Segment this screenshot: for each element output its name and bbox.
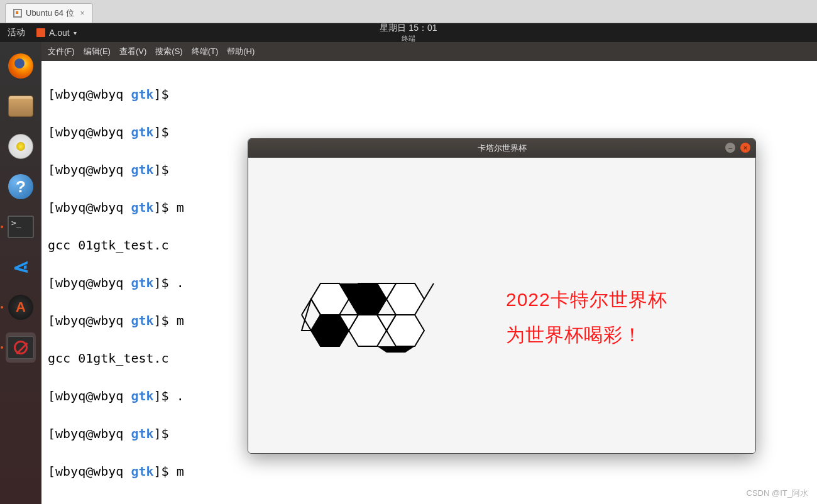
- worldcup-text: 2022卡特尔世界杯 为世界杯喝彩！: [506, 282, 667, 353]
- chevron-down-icon: ▾: [74, 30, 77, 36]
- vmware-tab[interactable]: Ubuntu 64 位 ×: [5, 3, 93, 23]
- dock-firefox[interactable]: [6, 51, 36, 81]
- dock-terminal[interactable]: >_: [6, 212, 36, 242]
- window-close-button[interactable]: ×: [740, 143, 750, 153]
- dock-help[interactable]: ?: [6, 172, 36, 202]
- menu-terminal[interactable]: 终端(T): [192, 46, 219, 57]
- menu-file[interactable]: 文件(F): [48, 46, 75, 57]
- firefox-icon: [8, 53, 33, 79]
- dock-blocked-app[interactable]: [6, 332, 36, 363]
- menu-edit[interactable]: 编辑(E): [84, 46, 111, 57]
- worldcup-line2: 为世界杯喝彩！: [506, 317, 667, 353]
- ubuntu-vm-icon: [13, 9, 22, 18]
- menu-help[interactable]: 帮助(H): [227, 46, 255, 57]
- window-minimize-button[interactable]: –: [725, 143, 735, 153]
- panel-clock-area[interactable]: 星期日 15：01 终端: [380, 23, 437, 43]
- soccer-hexagon-icon: [292, 265, 449, 371]
- panel-clock: 星期日 15：01: [380, 23, 437, 34]
- dock-vscode[interactable]: ⋖: [6, 252, 36, 282]
- close-tab-icon[interactable]: ×: [80, 9, 85, 18]
- svg-line-15: [424, 283, 434, 299]
- app-indicator-icon: [36, 28, 45, 37]
- dock-files[interactable]: [6, 91, 36, 121]
- terminal-menubar: 文件(F) 编辑(E) 查看(V) 搜索(S) 终端(T) 帮助(H): [41, 42, 817, 61]
- help-icon: ?: [8, 174, 33, 199]
- svg-marker-11: [377, 346, 415, 353]
- vmware-tab-label: Ubuntu 64 位: [26, 8, 74, 19]
- gtk-content: 2022卡特尔世界杯 为世界杯喝彩！: [248, 158, 755, 453]
- software-updater-icon: A: [8, 295, 33, 320]
- ubuntu-dock: ? >_ ⋖ A: [0, 42, 41, 504]
- desktop-area: 文件(F) 编辑(E) 查看(V) 搜索(S) 终端(T) 帮助(H) [wby…: [41, 42, 817, 504]
- activities-button[interactable]: 活动: [8, 27, 25, 38]
- rhythmbox-icon: [8, 134, 33, 159]
- menu-view[interactable]: 查看(V): [119, 46, 146, 57]
- blocked-app-icon: [8, 336, 34, 359]
- vscode-icon: ⋖: [8, 253, 33, 280]
- worldcup-line1: 2022卡特尔世界杯: [506, 282, 667, 317]
- gtk-titlebar[interactable]: 卡塔尔世界杯 – ×: [248, 139, 755, 158]
- current-app-indicator[interactable]: A.out ▾: [36, 28, 77, 38]
- vmware-tabbar: Ubuntu 64 位 ×: [0, 0, 817, 23]
- current-app-label: A.out: [49, 28, 70, 38]
- gtk-app-window[interactable]: 卡塔尔世界杯 – ×: [248, 138, 756, 454]
- terminal-icon: >_: [8, 216, 34, 238]
- menu-search[interactable]: 搜索(S): [155, 46, 182, 57]
- gtk-title: 卡塔尔世界杯: [478, 143, 527, 154]
- watermark: CSDN @IT_阿水: [747, 488, 808, 499]
- dock-updater[interactable]: A: [6, 292, 36, 322]
- gnome-top-panel: 活动 A.out ▾ 星期日 15：01 终端: [0, 23, 817, 42]
- dock-rhythmbox[interactable]: [6, 131, 36, 162]
- files-icon: [8, 96, 33, 117]
